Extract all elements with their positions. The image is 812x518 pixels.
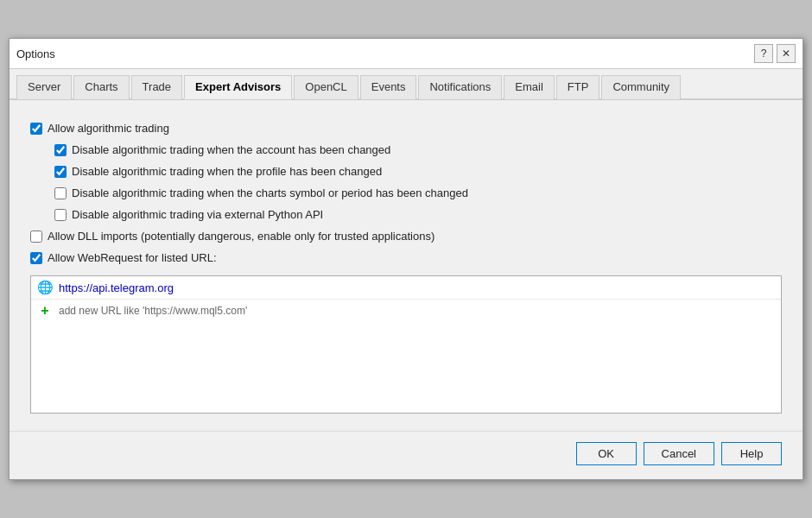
existing-url[interactable]: https://api.telegram.org — [59, 281, 174, 294]
disable-python-label[interactable]: Disable algorithmic trading via external… — [72, 208, 323, 221]
tab-trade[interactable]: Trade — [131, 75, 182, 99]
title-bar-left: Options — [16, 47, 55, 60]
allow-algorithmic-checkbox[interactable] — [30, 123, 42, 135]
url-add-row[interactable]: + add new URL like 'https://www.mql5.com… — [31, 300, 781, 322]
disable-symbol-checkbox[interactable] — [54, 187, 67, 199]
globe-icon-container: 🌐 — [38, 281, 52, 294]
window-title: Options — [16, 47, 55, 60]
tab-community[interactable]: Community — [601, 75, 681, 99]
help-footer-button[interactable]: Help — [721, 442, 782, 465]
url-table: 🌐 https://api.telegram.org + add new URL… — [30, 275, 782, 414]
tab-opencl[interactable]: OpenCL — [294, 75, 358, 99]
cancel-button[interactable]: Cancel — [644, 442, 714, 465]
tab-ftp[interactable]: FTP — [556, 75, 600, 99]
disable-account-label[interactable]: Disable algorithmic trading when the acc… — [72, 143, 390, 156]
disable-profile-item: Disable algorithmic trading when the pro… — [30, 161, 782, 182]
allow-webrequest-checkbox[interactable] — [30, 252, 42, 264]
disable-profile-label[interactable]: Disable algorithmic trading when the pro… — [72, 165, 382, 178]
allow-algorithmic-item: Allow algorithmic trading — [30, 117, 782, 139]
tab-charts[interactable]: Charts — [73, 75, 129, 99]
checkbox-group: Allow algorithmic trading Disable algori… — [30, 117, 782, 268]
disable-profile-checkbox[interactable] — [54, 166, 67, 178]
allow-dll-checkbox[interactable] — [30, 231, 42, 243]
content-area: Allow algorithmic trading Disable algori… — [10, 100, 802, 431]
add-icon: + — [41, 304, 48, 318]
add-icon-container: + — [38, 304, 52, 318]
allow-webrequest-item: Allow WebRequest for listed URL: — [30, 247, 782, 268]
allow-algorithmic-label[interactable]: Allow algorithmic trading — [48, 122, 169, 135]
ok-button[interactable]: OK — [576, 442, 637, 465]
disable-python-checkbox[interactable] — [54, 209, 67, 221]
disable-account-item: Disable algorithmic trading when the acc… — [30, 139, 782, 161]
options-dialog: Options ? ✕ Server Charts Trade Expert A… — [9, 38, 803, 480]
help-button[interactable]: ? — [754, 44, 773, 63]
tab-email[interactable]: Email — [504, 75, 555, 99]
allow-dll-item: Allow DLL imports (potentially dangerous… — [30, 225, 782, 247]
footer: OK Cancel Help — [10, 431, 802, 479]
allow-webrequest-label[interactable]: Allow WebRequest for listed URL: — [48, 251, 217, 264]
globe-icon: 🌐 — [37, 280, 54, 295]
disable-symbol-label[interactable]: Disable algorithmic trading when the cha… — [72, 186, 468, 199]
tab-server[interactable]: Server — [16, 75, 72, 99]
url-existing-row[interactable]: 🌐 https://api.telegram.org — [31, 276, 781, 300]
allow-dll-label[interactable]: Allow DLL imports (potentially dangerous… — [48, 230, 435, 243]
title-bar: Options ? ✕ — [10, 39, 802, 69]
disable-python-item: Disable algorithmic trading via external… — [30, 204, 782, 225]
tab-events[interactable]: Events — [360, 75, 417, 99]
disable-account-checkbox[interactable] — [54, 144, 67, 156]
disable-symbol-item: Disable algorithmic trading when the cha… — [30, 182, 782, 204]
close-button[interactable]: ✕ — [777, 44, 796, 63]
title-bar-controls: ? ✕ — [754, 44, 796, 63]
tab-expert-advisors[interactable]: Expert Advisors — [184, 75, 292, 99]
tab-bar: Server Charts Trade Expert Advisors Open… — [10, 69, 802, 100]
tab-notifications[interactable]: Notifications — [418, 75, 502, 99]
url-add-placeholder[interactable]: add new URL like 'https://www.mql5.com' — [59, 305, 247, 317]
